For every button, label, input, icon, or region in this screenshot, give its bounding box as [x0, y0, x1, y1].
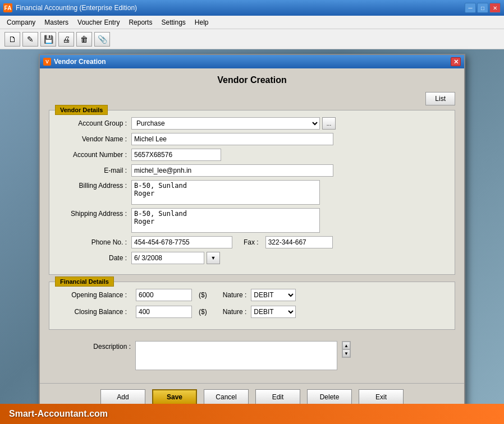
- menu-company[interactable]: Company: [2, 17, 40, 28]
- menu-settings[interactable]: Settings: [157, 17, 190, 28]
- description-label: Description :: [58, 341, 131, 351]
- menu-bar: Company Masters Voucher Entry Reports Se…: [0, 16, 504, 29]
- exit-button[interactable]: Exit: [359, 389, 404, 405]
- billing-address-row: Billing Address : B-50, Sunland Roger: [58, 180, 446, 205]
- phone-label: Phone No. :: [58, 238, 131, 246]
- closing-balance-row: Closing Balance : ($) Nature : DEBIT CRE…: [58, 306, 446, 318]
- opening-nature-label: Nature :: [223, 291, 247, 299]
- closing-balance-label: Closing Balance :: [58, 308, 131, 316]
- window-controls: ─ □ ✕: [465, 3, 501, 13]
- vendor-name-input[interactable]: [131, 133, 333, 145]
- email-row: E-mail :: [58, 164, 446, 177]
- edit-button[interactable]: Edit: [255, 389, 300, 405]
- account-number-row: Account Number :: [58, 149, 446, 161]
- closing-nature-label: Nature :: [223, 308, 247, 316]
- main-content: V Vendor Creation ✕ Vendor Creation List…: [0, 49, 504, 404]
- vendor-name-label: Vendor Name :: [58, 135, 131, 143]
- vendor-details-label: Vendor Details: [55, 105, 108, 115]
- financial-details-label: Financial Details: [55, 276, 114, 287]
- toolbar-attach-button[interactable]: 📎: [94, 32, 110, 47]
- close-app-button[interactable]: ✕: [489, 3, 501, 13]
- opening-balance-unit: ($): [199, 291, 207, 299]
- email-label: E-mail :: [58, 167, 131, 174]
- opening-balance-row: Opening Balance : ($) Nature : DEBIT CRE…: [58, 289, 446, 301]
- scroll-down-button[interactable]: ▼: [342, 349, 350, 357]
- vendor-name-row: Vendor Name :: [58, 133, 446, 145]
- list-button[interactable]: List: [425, 92, 455, 105]
- account-number-input[interactable]: [131, 149, 221, 161]
- dialog-icon: V: [43, 58, 51, 66]
- vendor-details-section: Vendor Details Account Group : Purchase …: [49, 110, 455, 275]
- opening-balance-input[interactable]: [136, 289, 192, 301]
- toolbar-delete-button[interactable]: 🗑: [76, 32, 92, 47]
- phone-fax-controls: Fax :: [131, 236, 333, 248]
- opening-balance-label: Opening Balance :: [58, 291, 131, 299]
- shipping-address-label: Shipping Address :: [58, 208, 131, 218]
- account-group-label: Account Group :: [58, 119, 131, 127]
- app-title: Financial Accounting (Enterprise Edition…: [16, 4, 465, 12]
- account-group-row: Account Group : Purchase ...: [58, 117, 446, 130]
- save-button[interactable]: Save: [152, 389, 197, 405]
- dialog-heading: Vendor Creation: [49, 75, 455, 85]
- date-picker-button[interactable]: ▼: [207, 252, 220, 264]
- opening-nature-select[interactable]: DEBIT CREDIT: [251, 289, 296, 301]
- footer: Smart-Accountant.com: [0, 404, 504, 424]
- dialog-title: Vendor Creation: [54, 58, 451, 66]
- phone-fax-row: Phone No. : Fax :: [58, 236, 446, 248]
- date-input[interactable]: [131, 252, 204, 264]
- dialog-body: Vendor Creation List Vendor Details Acco…: [40, 68, 464, 383]
- account-group-browse-button[interactable]: ...: [322, 117, 336, 130]
- footer-text: Smart-Accountant.com: [9, 409, 108, 419]
- date-controls: ▼: [131, 252, 220, 264]
- add-button[interactable]: Add: [100, 389, 145, 405]
- closing-balance-unit: ($): [199, 308, 207, 316]
- phone-input[interactable]: [131, 236, 232, 248]
- menu-masters[interactable]: Masters: [40, 17, 73, 28]
- fax-input[interactable]: [265, 236, 333, 248]
- shipping-address-row: Shipping Address : B-50, Sunland Roger: [58, 208, 446, 233]
- billing-address-input[interactable]: B-50, Sunland Roger: [131, 180, 320, 205]
- delete-button[interactable]: Delete: [307, 389, 352, 405]
- toolbar: 🗋 ✎ 💾 🖨 🗑 📎: [0, 29, 504, 49]
- email-input[interactable]: [131, 164, 333, 177]
- menu-help[interactable]: Help: [190, 17, 213, 28]
- description-section: Description : ▲ ▼: [49, 337, 455, 376]
- vendor-creation-dialog: V Vendor Creation ✕ Vendor Creation List…: [39, 54, 465, 412]
- account-group-controls: Purchase ...: [131, 117, 336, 130]
- toolbar-edit-button[interactable]: ✎: [22, 32, 38, 47]
- cancel-button[interactable]: Cancel: [204, 389, 249, 405]
- account-group-select[interactable]: Purchase: [131, 117, 320, 130]
- closing-nature-select[interactable]: DEBIT CREDIT: [251, 306, 296, 318]
- toolbar-new-button[interactable]: 🗋: [4, 32, 20, 47]
- list-button-row: List: [49, 92, 455, 105]
- date-label: Date :: [58, 254, 131, 262]
- fax-label: Fax :: [244, 238, 259, 246]
- shipping-address-input[interactable]: B-50, Sunland Roger: [131, 208, 320, 233]
- app-icon: FA: [3, 3, 12, 12]
- app-window: FA Financial Accounting (Enterprise Edit…: [0, 0, 504, 424]
- dialog-title-bar: V Vendor Creation ✕: [40, 55, 464, 68]
- dialog-close-button[interactable]: ✕: [451, 57, 461, 66]
- date-row: Date : ▼: [58, 252, 446, 264]
- description-scrollbar: ▲ ▼: [342, 341, 351, 358]
- financial-details-section: Financial Details Opening Balance : ($) …: [49, 282, 455, 330]
- maximize-button[interactable]: □: [477, 3, 488, 13]
- scroll-up-button[interactable]: ▲: [342, 342, 350, 349]
- closing-balance-input[interactable]: [136, 306, 192, 318]
- toolbar-save-button[interactable]: 💾: [40, 32, 56, 47]
- minimize-button[interactable]: ─: [465, 3, 476, 13]
- toolbar-print-button[interactable]: 🖨: [58, 32, 74, 47]
- app-title-bar: FA Financial Accounting (Enterprise Edit…: [0, 0, 504, 16]
- menu-reports[interactable]: Reports: [124, 17, 157, 28]
- account-number-label: Account Number :: [58, 151, 131, 159]
- description-textarea-wrapper: [135, 341, 337, 372]
- billing-address-label: Billing Address :: [58, 180, 131, 190]
- menu-voucher-entry[interactable]: Voucher Entry: [73, 17, 124, 28]
- description-input[interactable]: [135, 341, 337, 370]
